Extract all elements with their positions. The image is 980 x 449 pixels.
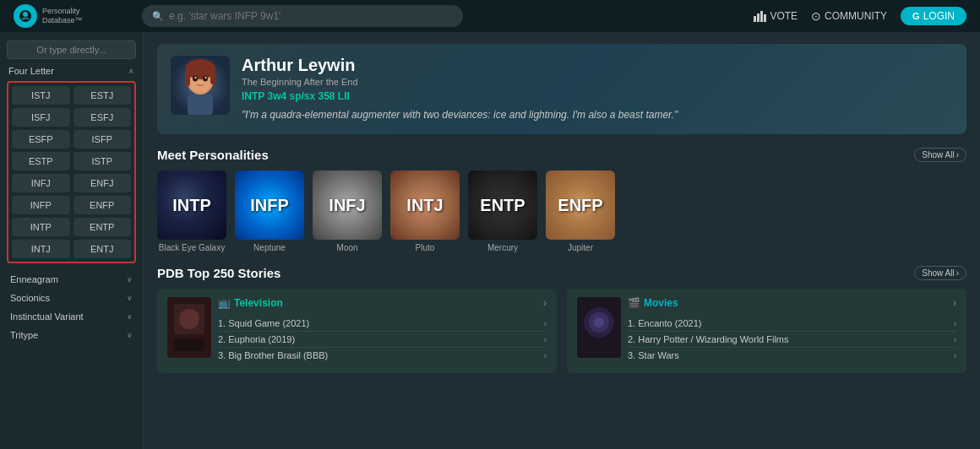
movies-item-arrow-1: › — [954, 319, 956, 328]
type-btn-esfj[interactable]: ESFJ — [74, 108, 132, 127]
personality-circle-intp: INTP — [157, 170, 226, 240]
community-button[interactable]: ⊙ COMMUNITY — [811, 9, 887, 23]
sidebar-item-instinctual[interactable]: Instinctual Variant ∨ — [7, 307, 136, 326]
svg-point-15 — [205, 77, 207, 78]
four-letter-header: Four Letter ∧ — [7, 66, 136, 76]
personality-card-intp[interactable]: INTP Black Eye Galaxy — [157, 170, 226, 252]
meet-personalities-show-all[interactable]: Show All › — [914, 148, 966, 162]
story-item-arrow-3: › — [544, 351, 547, 360]
type-btn-istj[interactable]: ISTJ — [12, 86, 70, 105]
top250-title: PDB Top 250 Stories — [157, 266, 280, 280]
tv-story-card: 📺 Television › 1. Squid Game (2021) › — [157, 289, 557, 373]
svg-point-1 — [23, 12, 28, 17]
top250-show-all[interactable]: Show All › — [914, 266, 966, 280]
nav-right: VOTE ⊙ COMMUNITY G LOGIN — [753, 7, 966, 25]
tv-arrow[interactable]: › — [543, 297, 547, 309]
socionics-chevron: ∨ — [127, 294, 133, 302]
featured-name: Arthur Leywin — [242, 56, 953, 75]
film-icon: 🎬 — [628, 297, 640, 309]
navbar: Personality Database™ 🔍 VOTE ⊙ COMMUNITY… — [0, 0, 980, 32]
svg-point-13 — [203, 76, 208, 82]
type-btn-isfj[interactable]: ISFJ — [12, 108, 70, 127]
svg-point-24 — [594, 317, 604, 327]
sidebar: Or type directly... Four Letter ∧ ISTJ E… — [0, 32, 144, 449]
personality-circle-entp: ENTP — [468, 170, 537, 240]
google-icon: G — [912, 11, 920, 21]
personality-card-intj[interactable]: INTJ Pluto — [390, 170, 460, 252]
svg-rect-11 — [210, 69, 215, 84]
type-btn-infp[interactable]: INFP — [12, 196, 70, 214]
meet-personalities-title: Meet Personalities — [157, 148, 269, 162]
personality-circle-infj: INFJ — [313, 170, 382, 240]
movies-card-inner: 🎬 Movies › 1. Encanto (2021) › — [577, 297, 956, 363]
type-btn-isfp[interactable]: ISFP — [74, 130, 132, 149]
stories-row: 📺 Television › 1. Squid Game (2021) › — [157, 289, 966, 373]
type-btn-estj[interactable]: ESTJ — [74, 86, 132, 105]
personality-card-infj[interactable]: INFJ Moon — [313, 170, 382, 252]
type-btn-entj[interactable]: ENTJ — [74, 240, 132, 258]
tv-story-item-2[interactable]: 2. Euphoria (2019) › — [218, 332, 547, 348]
movies-category-header: 🎬 Movies › — [628, 297, 956, 309]
type-btn-estp[interactable]: ESTP — [12, 152, 70, 170]
login-button[interactable]: G LOGIN — [901, 7, 966, 25]
svg-rect-10 — [185, 69, 190, 86]
logo-icon — [14, 4, 37, 28]
story-item-arrow-1: › — [544, 319, 547, 328]
vote-icon — [753, 9, 766, 23]
personality-circle-enfp: ENFP — [546, 170, 615, 240]
svg-rect-3 — [757, 14, 760, 22]
svg-rect-20 — [174, 339, 204, 351]
type-btn-istp[interactable]: ISTP — [74, 152, 132, 170]
personality-card-entp[interactable]: ENTP Mercury — [468, 170, 537, 252]
movies-arrow[interactable]: › — [953, 297, 956, 309]
type-btn-entp[interactable]: ENTP — [74, 218, 132, 236]
search-bar: 🔍 — [142, 5, 463, 27]
sidebar-item-enneagram[interactable]: Enneagram ∨ — [7, 270, 136, 289]
type-btn-intp[interactable]: INTP — [12, 218, 70, 236]
type-btn-esfp[interactable]: ESFP — [12, 130, 70, 149]
movies-story-card: 🎬 Movies › 1. Encanto (2021) › — [567, 289, 966, 373]
svg-rect-5 — [764, 14, 766, 22]
featured-quote: "I'm a quadra-elemental augmenter with t… — [242, 107, 953, 122]
featured-info: Arthur Leywin The Beginning After the En… — [242, 56, 953, 122]
personality-circle-infp: INFP — [235, 170, 304, 240]
content-area: Arthur Leywin The Beginning After the En… — [144, 32, 980, 449]
tv-category-label: 📺 Television — [218, 297, 283, 309]
movies-story-item-3[interactable]: 3. Star Wars › — [628, 348, 956, 363]
meet-personalities-header: Meet Personalities Show All › — [157, 148, 966, 162]
personality-card-enfp[interactable]: ENFP Jupiter — [546, 170, 615, 252]
type-btn-infj[interactable]: INFJ — [12, 174, 70, 192]
top250-chevron: › — [956, 268, 959, 278]
type-btn-intj[interactable]: INTJ — [12, 240, 70, 258]
logo-area: Personality Database™ — [14, 4, 132, 28]
story-item-arrow-2: › — [544, 335, 547, 344]
tv-icon: 📺 — [218, 297, 231, 309]
top250-header: PDB Top 250 Stories Show All › — [157, 266, 966, 280]
type-btn-enfp[interactable]: ENFP — [74, 196, 132, 214]
svg-rect-2 — [754, 16, 756, 22]
logo-text: Personality Database™ — [42, 7, 83, 25]
tv-thumbnail — [167, 297, 211, 358]
movies-item-arrow-3: › — [954, 351, 956, 360]
tv-story-item-3[interactable]: 3. Big Brother Brasil (BBB) › — [218, 348, 547, 363]
search-icon: 🔍 — [152, 11, 164, 22]
instinctual-chevron: ∨ — [127, 312, 133, 321]
personality-card-infp[interactable]: INFP Neptune — [235, 170, 304, 252]
search-input[interactable] — [169, 10, 453, 22]
featured-avatar — [171, 56, 230, 115]
svg-point-19 — [179, 309, 199, 329]
movies-thumbnail — [577, 297, 621, 358]
tv-story-item-1[interactable]: 1. Squid Game (2021) › — [218, 316, 547, 332]
sidebar-item-socionics[interactable]: Socionics ∨ — [7, 289, 136, 307]
vote-button[interactable]: VOTE — [753, 9, 798, 23]
enneagram-chevron: ∨ — [127, 275, 133, 284]
tv-category-header: 📺 Television › — [218, 297, 547, 309]
movies-story-item-1[interactable]: 1. Encanto (2021) › — [628, 316, 956, 332]
tv-story-list: 📺 Television › 1. Squid Game (2021) › — [218, 297, 547, 363]
four-letter-grid: ISTJ ESTJ ISFJ ESFJ ESFP ISFP ESTP ISTP … — [7, 81, 136, 263]
show-all-chevron: › — [956, 150, 959, 160]
sidebar-item-tritype[interactable]: Tritype ∨ — [7, 326, 136, 344]
four-letter-chevron[interactable]: ∧ — [128, 67, 134, 75]
movies-story-item-2[interactable]: 2. Harry Potter / Wizarding World Films … — [628, 332, 956, 348]
type-btn-enfj[interactable]: ENFJ — [74, 174, 132, 192]
